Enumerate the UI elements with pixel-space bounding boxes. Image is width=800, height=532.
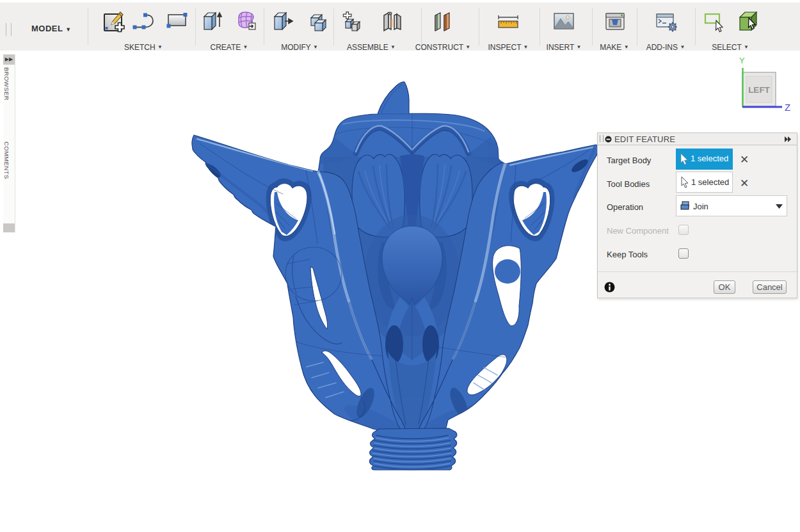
svg-text:LEFT: LEFT xyxy=(748,85,770,95)
svg-text:Z: Z xyxy=(785,102,790,113)
svg-text:Y: Y xyxy=(739,56,745,65)
